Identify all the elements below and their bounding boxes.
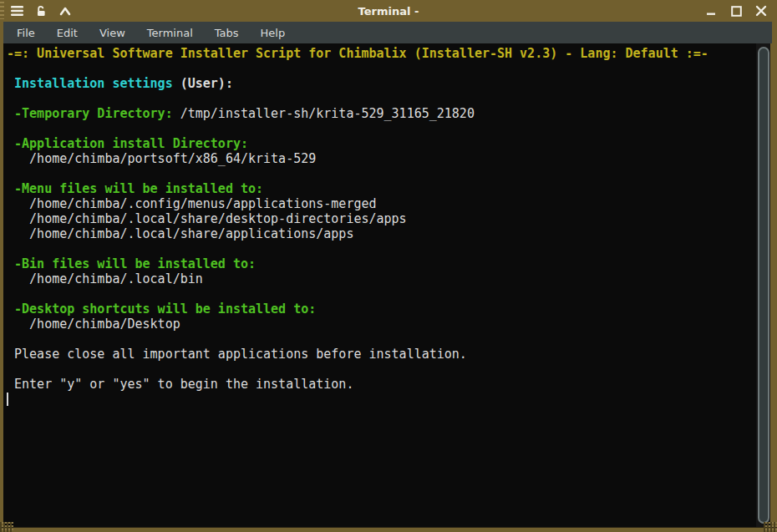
menu-item-terminal[interactable]: Terminal — [139, 23, 201, 43]
close-button[interactable] — [752, 3, 770, 19]
terminal-line: -Temporary Directory: /tmp/installer-sh/… — [7, 106, 756, 121]
chevron-up-icon — [59, 7, 71, 16]
terminal-area: -=: Universal Software Installer Script … — [3, 43, 770, 527]
terminal-line — [7, 91, 756, 106]
terminal-line: Please close all important applications … — [7, 347, 756, 362]
window-title: Terminal - — [0, 0, 777, 22]
terminal-line — [7, 332, 756, 347]
resize-grip-bottom-right[interactable] — [764, 522, 777, 532]
window-controls — [702, 3, 777, 19]
terminal-line — [7, 166, 756, 181]
left-edge-resize-grip[interactable] — [0, 2, 4, 19]
bottom-window-border — [0, 527, 777, 532]
window-menu-button[interactable] — [8, 3, 26, 19]
menu-item-edit[interactable]: Edit — [48, 23, 86, 43]
terminal-line — [7, 362, 756, 377]
terminal-line — [7, 241, 756, 256]
terminal-line — [7, 121, 756, 136]
terminal-line: -Desktop shortcuts will be installed to: — [7, 301, 756, 317]
menu-item-help[interactable]: Help — [252, 23, 294, 43]
maximize-icon — [731, 6, 742, 17]
terminal-line: -Menu files will be installed to: — [7, 181, 756, 196]
titlebar[interactable]: Terminal - — [0, 0, 777, 22]
scrollbar-thumb[interactable] — [758, 47, 769, 524]
terminal-window: Terminal - — [0, 0, 777, 532]
terminal-line: -Application install Directory: — [7, 136, 756, 151]
menubar: File Edit View Terminal Tabs Help — [3, 22, 772, 43]
terminal-line: /home/chimba/.config/menus/applications-… — [7, 196, 756, 211]
terminal-line: Enter "y" or "yes" to begin the installa… — [7, 377, 756, 392]
menu-item-view[interactable]: View — [91, 23, 134, 43]
text-cursor — [7, 393, 8, 406]
menu-item-file[interactable]: File — [8, 23, 43, 43]
terminal-line — [7, 286, 756, 301]
terminal-line: Installation settings (User): — [7, 76, 756, 91]
terminal-line: -Bin files will be installed to: — [7, 256, 756, 271]
terminal-line: /home/chimba/.local/bin — [7, 271, 756, 286]
terminal-line: /home/chimba/Desktop — [7, 317, 756, 332]
resize-grip-bottom-left[interactable] — [0, 522, 13, 532]
unlock-icon — [35, 5, 47, 17]
terminal-output[interactable]: -=: Universal Software Installer Script … — [3, 43, 756, 527]
terminal-line: /home/chimba/.local/share/applications/a… — [7, 226, 756, 241]
close-icon — [755, 5, 767, 17]
maximize-button[interactable] — [727, 3, 745, 19]
minimize-icon — [706, 6, 716, 16]
terminal-line: -=: Universal Software Installer Script … — [7, 46, 756, 61]
titlebar-icons — [0, 3, 74, 19]
unlock-button[interactable] — [32, 3, 50, 19]
terminal-line — [7, 61, 756, 76]
scroll-up-button[interactable] — [56, 3, 74, 19]
hamburger-menu-icon — [11, 6, 23, 16]
minimize-button[interactable] — [702, 3, 720, 19]
menu-item-tabs[interactable]: Tabs — [206, 23, 247, 43]
terminal-line — [7, 392, 756, 407]
scrollbar-track[interactable] — [756, 43, 770, 527]
terminal-line: /home/chimba/portsoft/x86_64/krita-529 — [7, 151, 756, 166]
terminal-line: /home/chimba/.local/share/desktop-direct… — [7, 211, 756, 226]
